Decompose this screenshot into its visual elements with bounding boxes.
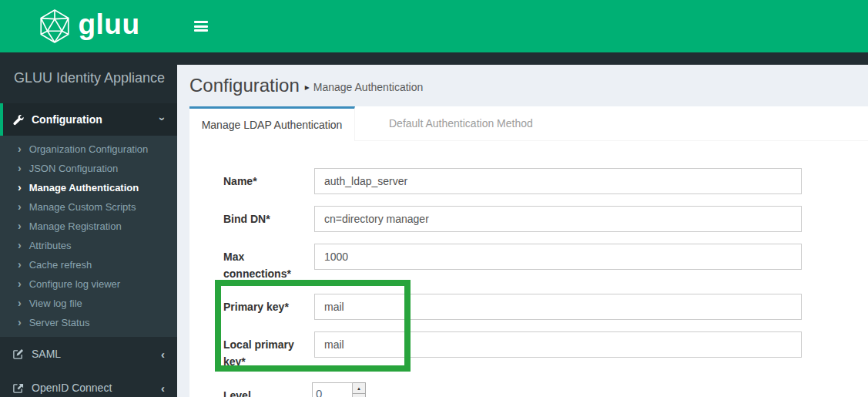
form-row-primary-key: Primary key* (223, 294, 868, 320)
submenu-label: Organization Configuration (29, 143, 149, 155)
submenu-label: Manage Authentication (29, 182, 139, 193)
sidebar-item-attributes[interactable]: › Attributes (0, 236, 177, 255)
level-label: Level (223, 382, 314, 397)
chevron-right-icon: › (18, 259, 22, 270)
tab-manage-ldap-authentication[interactable]: Manage LDAP Authentication (189, 106, 355, 141)
form-row-name: Name* (223, 168, 868, 194)
chevron-right-icon: › (18, 201, 22, 212)
sidebar-item-cache-refresh[interactable]: › Cache refresh (0, 255, 177, 274)
sidebar-item-manage-authentication[interactable]: › Manage Authentication (0, 178, 177, 197)
header-dark-strip (177, 52, 868, 65)
chevron-right-icon: › (18, 278, 22, 289)
bind-dn-label: Bind DN* (223, 206, 314, 232)
submenu-label: Manage Custom Scripts (29, 201, 136, 213)
max-connections-input[interactable] (314, 244, 802, 270)
sidebar-item-server-status[interactable]: › Server Status (0, 313, 177, 332)
ldap-auth-form: Name* Bind DN* Max connections* Primary … (189, 141, 868, 397)
tab-default-authentication-method[interactable]: Default Authentication Method (355, 106, 567, 141)
sidebar-item-label: OpenID Connect (32, 382, 112, 394)
breadcrumb: Configuration ▸ Manage Authentication (177, 65, 868, 106)
primary-key-label: Primary key* (223, 294, 314, 320)
top-navbar (177, 0, 868, 52)
sidebar-item-label: Configuration (32, 113, 102, 126)
main-area: Configuration ▸ Manage Authentication Ma… (177, 0, 868, 397)
sidebar-item-label: SAML (32, 348, 61, 360)
tab-bar: Manage LDAP Authentication Default Authe… (189, 106, 868, 141)
chevron-left-icon: ‹ (161, 382, 165, 394)
sidebar-item-manage-custom-scripts[interactable]: › Manage Custom Scripts (0, 197, 177, 217)
submenu-label: Attributes (29, 240, 72, 251)
form-row-local-primary-key: Local primary key* (223, 331, 868, 370)
external-link-icon (12, 382, 24, 394)
hamburger-icon[interactable] (194, 19, 208, 34)
chevron-right-icon: › (18, 182, 22, 193)
sidebar-title: GLUU Identity Appliance (0, 52, 177, 103)
local-primary-key-input[interactable] (314, 331, 802, 358)
submenu-label: Cache refresh (29, 259, 92, 271)
form-row-max-connections: Max connections* (223, 244, 868, 282)
chevron-right-icon: › (18, 317, 22, 328)
name-label: Name* (223, 168, 314, 194)
local-primary-key-label: Local primary key* (223, 331, 314, 370)
sidebar-item-saml[interactable]: SAML ‹ (0, 337, 177, 371)
submenu-label: JSON Configuration (29, 163, 119, 174)
spinner-up-button[interactable]: ▲ (353, 382, 366, 394)
wrench-icon (12, 113, 24, 126)
level-input[interactable] (312, 382, 353, 397)
brand-wordmark: gluu (78, 8, 139, 41)
chevron-right-icon: › (18, 220, 22, 231)
chevron-right-icon: › (18, 163, 22, 173)
sidebar-item-manage-registration[interactable]: › Manage Registration (0, 217, 177, 236)
max-connections-label: Max connections* (223, 244, 314, 282)
spinner-down-button[interactable]: ▼ (353, 393, 366, 397)
sidebar-item-configure-log-viewer[interactable]: › Configure log viewer (0, 274, 177, 294)
tab-panel: Manage LDAP Authentication Default Authe… (189, 106, 868, 397)
triangle-up-icon: ▲ (357, 386, 361, 391)
primary-key-input[interactable] (314, 294, 802, 320)
breadcrumb-page: Manage Authentication (313, 81, 423, 93)
bind-dn-input[interactable] (314, 206, 802, 232)
content-area: Configuration ▸ Manage Authentication Ma… (177, 65, 868, 397)
gluu-icosahedron-icon (37, 8, 72, 44)
level-spinner: ▲ ▼ (312, 382, 366, 397)
submenu-label: Manage Registration (29, 220, 122, 232)
form-row-bind-dn: Bind DN* (223, 206, 868, 232)
chevron-right-icon: › (18, 240, 22, 251)
chevron-down-icon: › (157, 117, 169, 121)
form-row-level: Level ▲ ▼ (223, 382, 868, 397)
sidebar-item-openid-connect[interactable]: OpenID Connect ‹ (0, 371, 177, 397)
breadcrumb-separator-icon: ▸ (305, 82, 310, 93)
submenu-label: Configure log viewer (29, 278, 121, 290)
name-input[interactable] (314, 168, 802, 194)
configuration-submenu: › Organization Configuration › JSON Conf… (0, 136, 177, 337)
brand-logo[interactable]: gluu (0, 0, 177, 52)
sidebar-item-organization-configuration[interactable]: › Organization Configuration (0, 140, 177, 159)
chevron-right-icon: › (18, 143, 22, 154)
edit-square-icon (12, 348, 24, 360)
page-title: Configuration (189, 75, 300, 96)
chevron-left-icon: ‹ (161, 348, 165, 360)
submenu-label: Server Status (29, 317, 90, 328)
chevron-right-icon: › (18, 298, 22, 308)
spinner-buttons: ▲ ▼ (353, 382, 366, 397)
sidebar-item-configuration[interactable]: Configuration › (0, 103, 177, 136)
tab-bar-filler (567, 106, 868, 141)
sidebar-item-json-configuration[interactable]: › JSON Configuration (0, 159, 177, 178)
sidebar: gluu GLUU Identity Appliance Configurati… (0, 0, 177, 397)
sidebar-item-view-log-file[interactable]: › View log file (0, 294, 177, 313)
submenu-label: View log file (29, 298, 82, 309)
